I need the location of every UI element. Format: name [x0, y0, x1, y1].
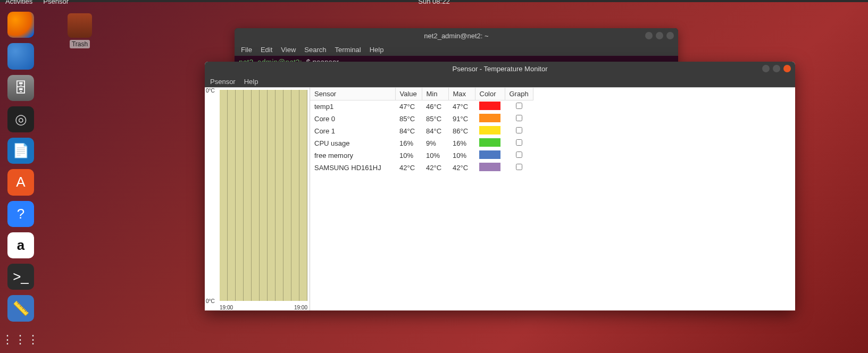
sensor-color-swatch[interactable] — [479, 138, 500, 147]
minimize-icon[interactable] — [762, 65, 770, 72]
sensor-max: 91°C — [448, 113, 475, 125]
terminal-menu-help[interactable]: Help — [370, 46, 384, 54]
sensor-row[interactable]: free memory10%10%10% — [310, 149, 533, 162]
header-graph[interactable]: Graph — [505, 88, 533, 100]
sensor-row[interactable]: SAMSUNG HD161HJ42°C42°C42°C — [310, 162, 533, 174]
rhythmbox-icon[interactable]: ◎ — [7, 106, 34, 132]
sensor-graph-checkbox[interactable] — [516, 103, 522, 109]
sensor-min: 42°C — [422, 162, 448, 174]
sensor-color-swatch[interactable] — [479, 126, 500, 135]
app-indicator[interactable]: Psensor — [43, 0, 69, 5]
sensor-min: 46°C — [422, 100, 448, 113]
psensor-body: 0°C 0°C 19:00 19:00 Sensor Value Min Max… — [205, 87, 795, 310]
sensor-table-header: Sensor Value Min Max Color Graph — [310, 88, 533, 100]
sensor-color-swatch[interactable] — [479, 114, 500, 122]
terminal-icon[interactable]: >_ — [7, 264, 34, 290]
sensor-value: 10% — [395, 149, 422, 162]
psensor-menubar: Psensor Help — [205, 75, 795, 87]
psensor-titlebar[interactable]: Psensor - Temperature Monitor — [205, 62, 795, 75]
thunderbird-icon[interactable] — [7, 43, 34, 69]
sensor-graph-checkbox[interactable] — [516, 164, 522, 170]
psensor-window-controls — [762, 65, 791, 72]
sensor-color-swatch[interactable] — [479, 163, 500, 171]
software-icon[interactable]: A — [7, 169, 34, 195]
sensor-graph-checkbox[interactable] — [516, 115, 522, 121]
graph-panel: 0°C 0°C 19:00 19:00 — [205, 88, 310, 310]
amazon-icon[interactable]: a — [7, 232, 34, 258]
dock: 🗄 ◎ 📄 A ? a >_ 📏 ⋮⋮⋮ — [0, 5, 41, 353]
trash-icon — [68, 13, 92, 38]
sensor-graph-checkbox[interactable] — [516, 139, 522, 146]
firefox-icon[interactable] — [7, 12, 34, 38]
header-max[interactable]: Max — [448, 88, 475, 100]
maximize-icon[interactable] — [656, 32, 663, 39]
show-apps-icon[interactable]: ⋮⋮⋮ — [7, 327, 34, 353]
terminal-menubar: File Edit View Search Terminal Help — [235, 43, 678, 56]
ruler-icon[interactable]: 📏 — [7, 295, 34, 321]
activities-button[interactable]: Activities — [5, 0, 32, 5]
psensor-menu-psensor[interactable]: Psensor — [210, 78, 236, 86]
sensor-table: Sensor Value Min Max Color Graph temp147… — [310, 88, 795, 310]
sensor-value: 85°C — [395, 113, 422, 125]
header-color[interactable]: Color — [475, 88, 505, 100]
psensor-window[interactable]: Psensor - Temperature Monitor Psensor He… — [205, 62, 795, 310]
close-icon[interactable] — [783, 65, 791, 72]
sensor-name: SAMSUNG HD161HJ — [310, 162, 395, 174]
graph-canvas[interactable] — [220, 90, 307, 301]
terminal-title: net2_admin@net2: ~ — [424, 32, 488, 40]
sensor-value: 47°C — [395, 100, 422, 113]
sensor-name: CPU usage — [310, 137, 395, 149]
header-sensor[interactable]: Sensor — [310, 88, 395, 100]
sensor-row[interactable]: CPU usage16%9%16% — [310, 137, 533, 149]
terminal-menu-terminal[interactable]: Terminal — [335, 46, 361, 54]
sensor-min: 84°C — [422, 125, 448, 137]
sensor-row[interactable]: Core 184°C84°C86°C — [310, 125, 533, 137]
sensor-max: 42°C — [448, 162, 475, 174]
trash-desktop-icon[interactable]: Trash — [64, 13, 96, 48]
trash-label: Trash — [70, 40, 90, 48]
terminal-menu-file[interactable]: File — [241, 46, 252, 54]
sensor-graph-checkbox[interactable] — [516, 127, 522, 133]
graph-x-right-label: 19:00 — [294, 305, 307, 310]
sensor-color-swatch[interactable] — [479, 102, 500, 110]
sensor-value: 84°C — [395, 125, 422, 137]
graph-x-left-label: 19:00 — [220, 305, 233, 310]
sensor-max: 10% — [448, 149, 475, 162]
sensor-value: 16% — [395, 137, 422, 149]
terminal-window-controls — [645, 32, 674, 39]
sensor-max: 16% — [448, 137, 475, 149]
files-icon[interactable]: 🗄 — [7, 75, 34, 101]
sensor-name: free memory — [310, 149, 395, 162]
sensor-color-swatch[interactable] — [479, 150, 500, 159]
sensor-max: 47°C — [448, 100, 475, 113]
sensor-max: 86°C — [448, 125, 475, 137]
psensor-title: Psensor - Temperature Monitor — [453, 65, 548, 73]
graph-y-top-label: 0°C — [206, 88, 215, 94]
psensor-menu-help[interactable]: Help — [244, 78, 258, 86]
terminal-titlebar[interactable]: net2_admin@net2: ~ — [235, 28, 678, 43]
sensor-value: 42°C — [395, 162, 422, 174]
header-value[interactable]: Value — [395, 88, 422, 100]
sensor-min: 10% — [422, 149, 448, 162]
terminal-menu-search[interactable]: Search — [304, 46, 326, 54]
sensor-graph-checkbox[interactable] — [516, 152, 522, 158]
terminal-menu-view[interactable]: View — [281, 46, 296, 54]
clock[interactable]: Sun 08:22 — [418, 0, 449, 5]
top-panel: Activities Psensor Sun 08:22 — [0, 0, 868, 2]
writer-icon[interactable]: 📄 — [7, 138, 34, 164]
graph-y-bottom-label: 0°C — [206, 298, 215, 304]
minimize-icon[interactable] — [645, 32, 653, 39]
help-icon[interactable]: ? — [7, 201, 34, 227]
sensor-name: Core 0 — [310, 113, 395, 125]
close-icon[interactable] — [666, 32, 674, 39]
sensor-row[interactable]: temp147°C46°C47°C — [310, 100, 533, 113]
terminal-menu-edit[interactable]: Edit — [261, 46, 272, 54]
sensor-min: 9% — [422, 137, 448, 149]
sensor-min: 85°C — [422, 113, 448, 125]
maximize-icon[interactable] — [773, 65, 780, 72]
sensor-name: Core 1 — [310, 125, 395, 137]
sensor-name: temp1 — [310, 100, 395, 113]
sensor-row[interactable]: Core 085°C85°C91°C — [310, 113, 533, 125]
header-min[interactable]: Min — [422, 88, 448, 100]
